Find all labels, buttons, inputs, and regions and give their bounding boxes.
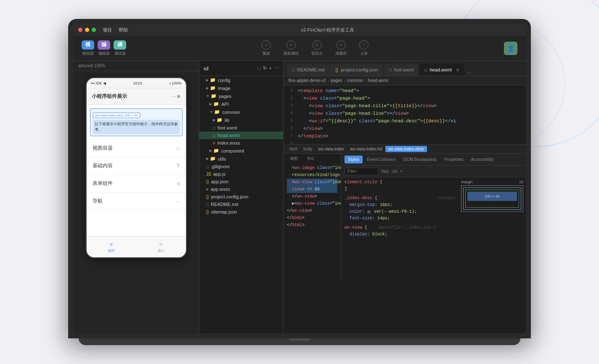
tree-image[interactable]: ▶ 📁 image — [199, 84, 283, 92]
tree-app-wxss[interactable]: ≡ app.wxss — [199, 185, 283, 193]
tree-sitemap[interactable]: {} sitemap.json — [199, 208, 283, 216]
style-tab-properties[interactable]: Properties — [441, 156, 467, 164]
style-tab-event-listeners[interactable]: Event Listeners — [363, 156, 399, 164]
menu-project[interactable]: 项目 — [103, 27, 112, 33]
toolbar-preview[interactable]: ○ 预览 — [262, 40, 271, 56]
tree-component[interactable]: ▶ 📁 component — [199, 147, 283, 155]
styles-right-panel: Styles Event Listeners DOM Breakpoints P… — [341, 154, 526, 279]
phone-title-bar: 小程序组件展示 ··· ⊕ — [87, 88, 186, 105]
file-tree-icons: □ ↻ + ⋯ — [257, 66, 279, 71]
toolbar-background[interactable]: □ 切后台 — [311, 40, 323, 56]
elem-tab-wx-view-hd[interactable]: wx-view.index-hd — [347, 146, 384, 152]
tree-project-config[interactable]: {} project.config.json — [199, 193, 283, 200]
box-model-padding: - 240 × 44 - — [465, 190, 519, 208]
code-line-3: 3 <view class="page-head-title">{{title}… — [284, 102, 526, 110]
element-tabs-row: html body wx-view.index wx-view.index-hd… — [284, 145, 526, 154]
tree-readme[interactable]: □ README.md — [199, 200, 283, 208]
toolbar: 模 模拟器 编 编辑器 调 调试器 — [73, 36, 526, 61]
toolbar-clear-cache[interactable]: ○ 清缓存 — [335, 40, 347, 56]
html-line-close-body: </body> — [287, 214, 337, 222]
html-line-desc[interactable]: <wx-view class="index-desc">以下将展示小程序官方组件… — [287, 179, 337, 186]
phone-status-right: ▪ 100% — [170, 81, 182, 85]
simulator-label: 模拟器 — [82, 51, 94, 56]
menu-help[interactable]: 帮助 — [119, 27, 128, 33]
breadcrumb: fino-applet-demo-v2 › pages › common › h… — [284, 76, 526, 85]
list-item-form: 表单组件 ≡ — [87, 175, 186, 193]
laptop-base — [79, 338, 520, 345]
box-model-content: 240 × 44 — [467, 192, 517, 201]
clear-cache-label: 清缓存 — [335, 51, 347, 56]
elem-tab-body[interactable]: body — [301, 146, 315, 152]
toolbar-center: ○ 预览 ○ 真机调试 □ 切后台 ○ 清缓存 — [126, 40, 504, 56]
css-index-desc-sel: .index-desc { <style> — [345, 195, 455, 202]
style-tab-styles[interactable]: Styles — [345, 156, 363, 164]
html-line-1: 概图 拆出 — [287, 156, 337, 163]
tree-common[interactable]: ▼ 📁 common — [199, 108, 283, 116]
style-tab-accessibility[interactable]: Accessibility — [468, 156, 497, 164]
list-icon-0: □ — [177, 145, 180, 151]
toolbar-simulator-btn[interactable]: 模 模拟器 — [82, 40, 94, 56]
tab-foot-wxml-label: foot.wxml — [394, 67, 413, 72]
toolbar-debug-btn[interactable]: 调 调试器 — [114, 40, 126, 56]
elem-tab-html[interactable]: html — [287, 146, 300, 152]
close-button[interactable] — [78, 28, 82, 32]
filter-plus[interactable]: + — [400, 169, 403, 174]
list-label-0: 视图容器 — [93, 145, 113, 152]
breadcrumb-pages: pages — [331, 78, 342, 83]
tab-foot-wxml[interactable]: □ foot.wxml — [384, 64, 419, 76]
html-line-bd: ▶<wx-view class="index-bd">_</wx-view> — [287, 200, 337, 207]
tree-lib[interactable]: ▶ 📁 lib — [199, 116, 283, 124]
tree-gitignore[interactable]: □ .gitignore — [199, 163, 283, 170]
filetree-icon-3[interactable]: + — [269, 66, 272, 71]
toolbar-upload[interactable]: ↑ 上传 — [359, 40, 368, 56]
phone-status-bar: ▪▪▪ IDE ◀ 10:01 ▪ 100% — [87, 78, 186, 88]
filetree-icon-4[interactable]: ⋯ — [274, 66, 279, 71]
style-tab-dom-breakpoints[interactable]: DOM Breakpoints — [400, 156, 440, 164]
user-avatar[interactable]: 👤 — [504, 42, 517, 55]
box-model-border: - - 240 × 44 - — [463, 187, 521, 210]
toolbar-real-debug[interactable]: ○ 真机调试 — [284, 40, 299, 56]
tree-api[interactable]: ▶ 📁 API — [199, 100, 283, 108]
filter-cls[interactable]: .cls — [391, 169, 398, 174]
filetree-icon-1[interactable]: □ — [257, 66, 260, 71]
nav-components[interactable]: ⊞ 组件 — [87, 237, 136, 257]
code-line-5: 5 <wx:if="{{desc}}" class="page-head-des… — [284, 117, 526, 125]
css-wx-view-sel: wx-view { localfile:/_index.css:2 — [345, 224, 455, 231]
tree-config[interactable]: ▶ 📁 config — [199, 76, 283, 84]
highlight-class-label: wx-view.index-desc 240 × 44 — [93, 113, 140, 118]
html-line-desc2: view> == $0 — [287, 186, 337, 193]
list-item-basic-content: 基础内容 T — [87, 157, 186, 175]
tree-app-json[interactable]: {} app.json — [199, 178, 283, 185]
tree-foot-wxml[interactable]: □ foot.wxml — [199, 124, 283, 132]
elem-tab-wx-view-index[interactable]: wx-view.index — [316, 146, 347, 152]
phone-bottom-nav: ⊞ 组件 ⊡ 接口 — [87, 236, 186, 257]
filter-input[interactable] — [345, 168, 378, 175]
html-tree-content: 概图 拆出 <wx-image class="index-logo" src="… — [284, 154, 341, 279]
filetree-icon-2[interactable]: ↻ — [263, 66, 267, 71]
upload-icon: ↑ — [359, 40, 368, 50]
tree-head-wxml[interactable]: □ head.wxml — [199, 132, 283, 139]
upload-label: 上传 — [360, 51, 368, 56]
tree-app-js[interactable]: JS app.js — [199, 170, 283, 178]
minimize-button[interactable] — [85, 28, 89, 32]
filter-hover[interactable]: :hov — [381, 169, 389, 174]
css-element-style: element.style { — [345, 179, 455, 186]
tab-head-wxml[interactable]: □ head.wxml ✕ — [419, 64, 464, 76]
tree-index-wxss[interactable]: ≡ index.wxss — [199, 139, 283, 147]
nav-interface[interactable]: ⊡ 接口 — [136, 237, 186, 257]
tab-project-config[interactable]: {} project.config.json — [330, 64, 383, 76]
tab-close-icon[interactable]: ✕ — [456, 68, 459, 72]
list-label-2: 表单组件 — [93, 180, 113, 187]
elem-tab-wx-view-desc[interactable]: wx-view.index-desc — [385, 146, 427, 152]
maximize-button[interactable] — [92, 28, 96, 32]
tree-pages[interactable]: ▼ 📁 pages — [199, 92, 283, 100]
tab-more-icon[interactable]: ··· — [467, 70, 471, 76]
tree-utils[interactable]: ▶ 📁 utils — [199, 155, 283, 163]
code-line-2: 2 <view class="page-head"> — [284, 95, 526, 102]
list-icon-1: T — [177, 163, 180, 169]
tab-readme[interactable]: □ README.md — [287, 64, 329, 76]
toolbar-editor-btn[interactable]: 编 编辑器 — [98, 40, 110, 56]
nav-interface-icon: ⊡ — [158, 241, 164, 248]
phone-time: 10:01 — [133, 81, 143, 85]
breadcrumb-file: head.wxml — [368, 78, 388, 83]
